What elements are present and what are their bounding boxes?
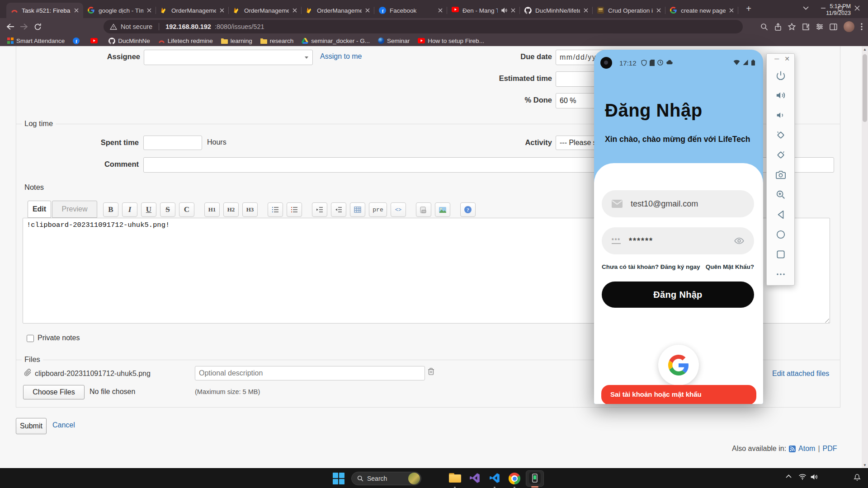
bookmark-seminar[interactable]: Seminar (378, 38, 410, 44)
refresh-icon[interactable] (31, 20, 44, 33)
close-window-icon[interactable] (854, 5, 860, 11)
address-bar[interactable]: Not secure 192.168.80.192 :8080/issues/5… (104, 20, 743, 33)
side-panel-icon[interactable] (830, 23, 837, 30)
tab-firebase-1[interactable]: OrderManagemen (156, 3, 229, 18)
close-icon[interactable] (729, 8, 735, 13)
heading1-button[interactable]: H1 (204, 202, 220, 217)
new-tab-button[interactable]: + (743, 3, 755, 14)
tray-wifi-icon[interactable] (798, 474, 807, 480)
volume-down-icon[interactable] (767, 105, 794, 125)
tab-preview[interactable]: Preview (52, 201, 97, 218)
scroll-down-icon[interactable]: ▼ (862, 462, 868, 468)
submit-button[interactable]: Submit (16, 418, 47, 434)
tray-volume-icon[interactable] (811, 474, 818, 480)
edit-attached-files-link[interactable]: Edit attached files (772, 370, 829, 378)
tab-firebase-2[interactable]: OrderManagemen (229, 3, 302, 18)
spent-time-input[interactable] (143, 136, 202, 150)
code-tag-button[interactable]: <> (391, 202, 406, 217)
password-field[interactable]: *** ****** (602, 227, 754, 254)
preformatted-button[interactable]: pre (369, 202, 387, 217)
close-icon[interactable] (292, 8, 298, 13)
tab-youtube-den[interactable]: Đen - Mang T (447, 3, 520, 18)
inline-code-button[interactable]: C (179, 202, 194, 217)
bookmark-lifetech-redmine[interactable]: Lifetech redmine (158, 38, 213, 44)
extensions-puzzle-icon[interactable] (802, 23, 810, 31)
rotate-right-icon[interactable] (767, 145, 794, 165)
close-icon[interactable] (147, 8, 152, 13)
eye-icon[interactable] (734, 237, 744, 244)
close-icon[interactable] (220, 8, 225, 13)
private-notes-checkbox[interactable] (27, 335, 34, 342)
tab-create-new-page[interactable]: create new page f (665, 3, 738, 18)
tray-chevron-icon[interactable] (786, 474, 792, 478)
scroll-up-icon[interactable]: ▲ (862, 46, 868, 52)
atom-link[interactable]: Atom (798, 445, 815, 453)
italic-button[interactable]: I (122, 202, 137, 217)
close-icon[interactable] (656, 8, 662, 13)
not-secure-warning-icon[interactable] (110, 23, 117, 30)
bookmark-research[interactable]: research (260, 38, 294, 44)
indent-left-icon[interactable] (331, 202, 346, 217)
bookmark-smart-attendance[interactable]: Smart Attendance (7, 38, 65, 44)
profile-avatar[interactable] (844, 21, 854, 32)
pdf-link[interactable]: PDF (823, 445, 837, 453)
tray-notifications-bell-icon[interactable] (854, 474, 861, 481)
power-icon[interactable] (767, 66, 794, 85)
tray-clock[interactable]: 5:12 PM 11/9/2023 (819, 3, 851, 17)
search-highlight-thumbnail[interactable] (408, 473, 420, 484)
attach-image-icon[interactable] (416, 202, 431, 217)
lens-search-icon[interactable] (760, 23, 768, 31)
insert-image-icon[interactable] (435, 202, 450, 217)
tab-facebook[interactable]: f Facebook (374, 3, 447, 18)
underline-button[interactable]: U (141, 202, 156, 217)
google-signin-button[interactable] (658, 345, 699, 385)
bookmark-seminar-docker[interactable]: seminar_docker - G... (302, 38, 370, 44)
bookmark-how-to-setup-firebase[interactable]: How to setup Fireb... (418, 38, 484, 44)
forgot-password-link[interactable]: Quên Mật Khẩu? (706, 263, 754, 270)
media-controls-icon[interactable] (816, 23, 823, 30)
tab-github[interactable]: DucMinhNe/lifete (520, 3, 593, 18)
tab-task-521[interactable]: Task #521: Fireba (6, 3, 83, 18)
share-icon[interactable] (774, 23, 782, 31)
start-button[interactable] (332, 472, 345, 485)
visual-studio-button[interactable] (469, 472, 481, 484)
close-icon[interactable]: ✕ (784, 56, 790, 62)
bookmark-learning[interactable]: learning (221, 38, 252, 44)
minimize-icon[interactable]: ─ (774, 56, 779, 62)
heading2-button[interactable]: H2 (223, 202, 239, 217)
bookmark-facebook[interactable]: f (73, 38, 82, 44)
help-icon[interactable]: ? (460, 202, 476, 217)
tab-audio-icon[interactable] (501, 8, 507, 13)
scrollbar-thumb[interactable] (863, 54, 867, 122)
chrome-button[interactable] (509, 473, 520, 484)
tab-google-translate[interactable]: google dịch - Tìm (83, 3, 156, 18)
choose-files-button[interactable]: Choose Files (23, 385, 85, 399)
assign-to-me-link[interactable]: Assign to me (320, 52, 362, 61)
tab-search-chevron-icon[interactable] (803, 6, 809, 10)
heading3-button[interactable]: H3 (242, 202, 258, 217)
taskbar-search[interactable]: Search (351, 472, 421, 485)
home-icon[interactable] (767, 225, 794, 244)
back-icon[interactable] (767, 205, 794, 225)
bookmark-github[interactable]: DucMinhNe (108, 38, 150, 44)
email-field[interactable]: test10@gmail.com (602, 190, 754, 217)
unordered-list-icon[interactable] (268, 202, 283, 217)
rotate-left-icon[interactable] (767, 125, 794, 145)
cancel-link[interactable]: Cancel (52, 421, 75, 429)
login-button[interactable]: Đăng Nhập (602, 282, 754, 308)
file-explorer-button[interactable] (449, 473, 461, 483)
close-icon[interactable] (584, 8, 589, 13)
close-icon[interactable] (511, 8, 516, 13)
tab-crud-operation[interactable]: Crud Operation in (593, 3, 665, 18)
close-icon[interactable] (74, 8, 80, 13)
table-icon[interactable] (350, 202, 365, 217)
indent-right-icon[interactable] (312, 202, 327, 217)
zoom-icon[interactable] (767, 185, 794, 205)
strikethrough-button[interactable]: S (160, 202, 175, 217)
close-icon[interactable] (365, 8, 371, 13)
bold-button[interactable]: B (103, 202, 118, 217)
screenshot-camera-icon[interactable] (767, 165, 794, 185)
page-scrollbar[interactable]: ▲ ▼ (862, 46, 868, 468)
back-icon[interactable] (4, 20, 17, 33)
bookmark-star-icon[interactable] (788, 23, 796, 30)
